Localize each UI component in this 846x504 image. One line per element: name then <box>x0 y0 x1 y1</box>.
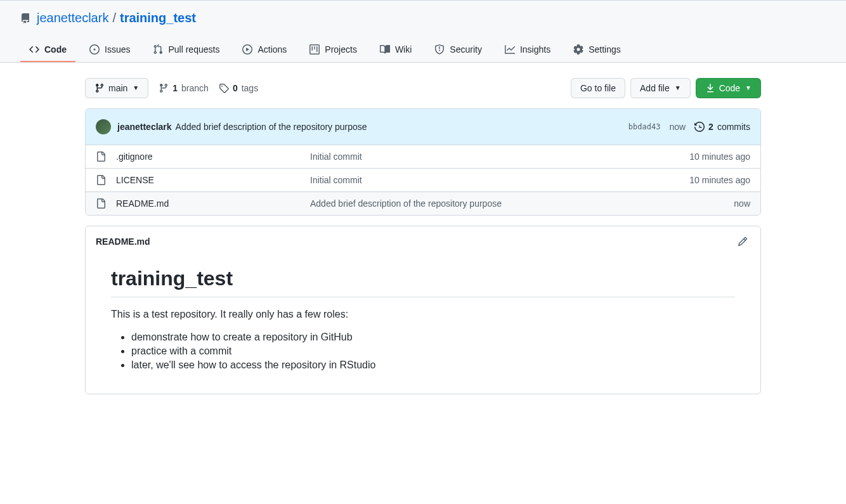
tab-label: Security <box>450 44 482 55</box>
caret-down-icon: ▼ <box>675 82 681 94</box>
breadcrumb-separator: / <box>112 11 116 25</box>
file-commit-message[interactable]: Added brief description of the repositor… <box>310 198 724 209</box>
commit-time: now <box>669 122 686 132</box>
tags-label: tags <box>242 83 258 93</box>
caret-down-icon: ▼ <box>133 82 139 94</box>
tab-label: Code <box>44 44 67 55</box>
file-time: 10 minutes ago <box>689 152 750 162</box>
branch-label: branch <box>181 83 209 93</box>
caret-down-icon: ▼ <box>745 82 752 94</box>
file-row: .gitignore Initial commit 10 minutes ago <box>86 145 760 169</box>
edit-readme-button[interactable] <box>735 234 750 249</box>
repo-link[interactable]: training_test <box>120 11 196 25</box>
file-commit-message[interactable]: Initial commit <box>310 152 679 162</box>
go-to-file-button[interactable]: Go to file <box>571 78 625 98</box>
tab-label: Actions <box>257 44 287 55</box>
breadcrumb: jeanetteclark / training_test <box>20 11 826 25</box>
readme-bullet: practice with a commit <box>131 346 735 357</box>
file-name[interactable]: .gitignore <box>116 152 300 162</box>
branches-link[interactable]: 1 branch <box>159 83 209 93</box>
tags-link[interactable]: 0 tags <box>219 83 258 93</box>
avatar[interactable] <box>96 119 111 134</box>
file-time: 10 minutes ago <box>689 175 750 185</box>
owner-link[interactable]: jeanetteclark <box>37 11 108 25</box>
commit-author[interactable]: jeanetteclark <box>117 122 172 132</box>
tab-issues[interactable]: Issues <box>81 38 139 62</box>
tab-wiki[interactable]: Wiki <box>371 38 420 62</box>
file-commit-message[interactable]: Initial commit <box>310 175 679 185</box>
tags-count: 0 <box>233 83 238 93</box>
file-time: now <box>734 198 750 209</box>
repo-icon <box>20 13 30 23</box>
commits-count: 2 <box>708 122 713 132</box>
tab-insights[interactable]: Insights <box>496 38 559 62</box>
tab-label: Insights <box>520 44 550 55</box>
file-icon <box>96 175 106 185</box>
file-icon <box>96 198 106 209</box>
file-name[interactable]: README.md <box>116 198 300 209</box>
branch-select-button[interactable]: main ▼ <box>85 78 148 98</box>
tab-label: Pull requests <box>168 44 219 55</box>
code-download-button[interactable]: Code ▼ <box>696 78 761 98</box>
tab-label: Settings <box>589 44 621 55</box>
tab-label: Projects <box>325 44 357 55</box>
tab-label: Wiki <box>395 44 412 55</box>
branch-name: main <box>108 82 127 94</box>
readme-body: training_test This is a test repository.… <box>86 257 760 394</box>
pencil-icon <box>738 236 748 247</box>
branch-count: 1 <box>172 83 178 93</box>
tab-settings[interactable]: Settings <box>564 38 630 62</box>
tab-label: Issues <box>105 44 130 55</box>
readme-intro: This is a test repository. It really onl… <box>111 309 735 320</box>
readme-box: README.md training_test This is a test r… <box>85 226 761 394</box>
file-name[interactable]: LICENSE <box>116 175 300 185</box>
tab-projects[interactable]: Projects <box>301 38 366 62</box>
commits-label: commits <box>717 122 750 132</box>
tab-security[interactable]: Security <box>426 38 491 62</box>
readme-bullet: later, we'll see how to access the repos… <box>131 359 735 371</box>
file-icon <box>96 152 106 162</box>
commits-link[interactable]: 2 commits <box>694 122 750 132</box>
tab-pull-requests[interactable]: Pull requests <box>144 38 228 62</box>
repo-tabs: Code Issues Pull requests Actions Projec… <box>20 38 826 62</box>
tab-actions[interactable]: Actions <box>233 38 296 62</box>
repo-header: jeanetteclark / training_test Code Issue… <box>0 1 846 63</box>
add-file-button[interactable]: Add file ▼ <box>630 78 691 98</box>
latest-commit-header: jeanetteclark Added brief description of… <box>86 109 760 145</box>
file-browser: jeanetteclark Added brief description of… <box>85 108 761 216</box>
readme-bullet: demonstrate how to create a repository i… <box>131 332 735 343</box>
file-row: LICENSE Initial commit 10 minutes ago <box>86 169 760 192</box>
file-row: README.md Added brief description of the… <box>86 192 760 215</box>
commit-message[interactable]: Added brief description of the repositor… <box>176 122 367 132</box>
commit-sha[interactable]: bbdad43 <box>628 122 661 131</box>
file-toolbar: main ▼ 1 branch 0 tags Go to file Add fi… <box>85 78 761 98</box>
readme-list: demonstrate how to create a repository i… <box>111 332 735 371</box>
tab-code[interactable]: Code <box>20 38 75 62</box>
readme-heading: training_test <box>111 267 735 297</box>
readme-filename[interactable]: README.md <box>96 236 150 247</box>
